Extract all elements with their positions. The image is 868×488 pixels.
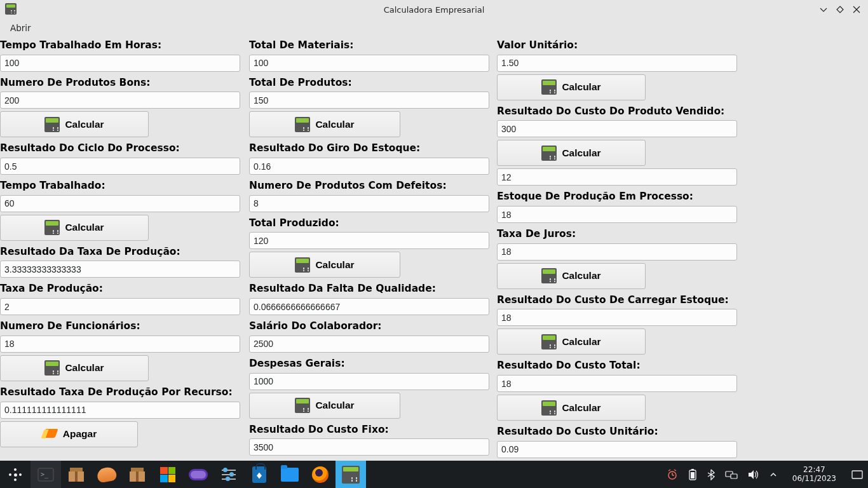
calcular-fixo-button[interactable]: Calcular: [249, 393, 400, 419]
button-label: Calcular: [562, 147, 600, 159]
label-taxa-juros: Taxa De Juros:: [497, 226, 743, 243]
input-res-recurso[interactable]: [0, 402, 240, 419]
calcular-unit-button[interactable]: Calcular: [497, 395, 646, 421]
emulator-icon: [189, 469, 208, 480]
taskbar: >_ 22:47 06/11/2023: [0, 461, 868, 488]
taskbar-ms[interactable]: [153, 461, 183, 488]
calculator-icon: [342, 466, 360, 484]
input-res-giro[interactable]: [249, 158, 489, 175]
menu-abrir[interactable]: Abrir: [6, 20, 35, 36]
input-total-produzido[interactable]: [249, 232, 489, 249]
label-tempo-trab: Tempo Trabalhado:: [0, 177, 248, 195]
sliders-icon: [220, 468, 237, 481]
input-valor-unit[interactable]: [497, 55, 737, 72]
volume-icon[interactable]: [748, 470, 759, 480]
minimize-icon[interactable]: [820, 6, 827, 13]
input-res-unit[interactable]: [497, 441, 737, 458]
show-desktop-icon[interactable]: [851, 470, 863, 479]
label-res-vendido: Resultado Do Custo Do Produto Vendido:: [497, 103, 743, 121]
taskbar-files[interactable]: [275, 461, 305, 488]
svg-marker-0: [837, 6, 843, 13]
button-label: Calcular: [315, 119, 354, 130]
calcular-unnamed-button[interactable]: Calcular: [497, 140, 646, 166]
column-1: Tempo Trabalhado Em Horas: Numero De Pro…: [0, 37, 248, 461]
input-total-prod[interactable]: [249, 92, 489, 109]
input-tempo-horas[interactable]: [0, 55, 240, 72]
window-title: Calculadora Empresarial: [384, 5, 485, 15]
input-salario[interactable]: [249, 336, 489, 353]
button-label: Calcular: [562, 81, 600, 93]
calculator-icon: [44, 220, 60, 235]
button-label: Calcular: [65, 222, 104, 233]
input-despesas[interactable]: [249, 373, 489, 390]
taskbar-terminal[interactable]: >_: [31, 461, 61, 488]
svg-line-9: [674, 470, 676, 471]
input-res-taxa[interactable]: [0, 261, 240, 278]
calcular-carregar-button[interactable]: Calcular: [497, 263, 646, 289]
label-res-total: Resultado Do Custo Total:: [497, 357, 743, 375]
bluetooth-icon[interactable]: [707, 469, 715, 480]
alarm-icon[interactable]: [667, 469, 678, 480]
svg-text:>_: >_: [41, 471, 49, 478]
folder-icon: [281, 468, 299, 482]
calcular-recurso-button[interactable]: Calcular: [0, 355, 149, 381]
input-res-ciclo[interactable]: [0, 158, 240, 175]
taskbar-box1[interactable]: [61, 461, 92, 488]
calcular-giro-button[interactable]: Calcular: [249, 111, 400, 137]
taskbar-left: >_: [0, 461, 366, 488]
taskbar-clock[interactable]: 22:47 06/11/2023: [787, 466, 841, 484]
calculator-icon: [541, 400, 557, 416]
taskbar-store[interactable]: [244, 461, 275, 488]
taskbar-firefox[interactable]: [305, 461, 336, 488]
input-res-total[interactable]: [497, 375, 737, 392]
input-res-vendido[interactable]: [497, 120, 737, 137]
input-taxa-juros[interactable]: [497, 243, 737, 261]
label-valor-unit: Valor Unitário:: [497, 37, 743, 55]
apagar-button[interactable]: Apagar: [0, 421, 138, 447]
maximize-icon[interactable]: [836, 6, 844, 13]
tray-chevron-icon[interactable]: [770, 471, 777, 478]
shopping-bag-icon: [252, 466, 266, 483]
clock-date: 06/11/2023: [792, 475, 836, 484]
calcular-qualidade-button[interactable]: Calcular: [249, 252, 400, 278]
taskbar-calculator[interactable]: [336, 461, 366, 488]
app-icon: [5, 3, 17, 17]
label-res-unit: Resultado Do Custo Unitário:: [497, 423, 743, 441]
input-num-func[interactable]: [0, 336, 240, 353]
input-res-qualidade[interactable]: [249, 298, 489, 315]
label-total-prod: Total De Produtos:: [249, 74, 496, 92]
svg-rect-14: [731, 474, 737, 478]
column-3: Valor Unitário: Calcular Resultado Do Cu…: [497, 37, 743, 461]
app-launcher[interactable]: [0, 461, 31, 488]
button-label: Calcular: [65, 119, 104, 130]
svg-marker-15: [749, 470, 754, 479]
battery-icon[interactable]: [688, 468, 697, 481]
calcular-total-button[interactable]: Calcular: [497, 329, 646, 355]
label-salario: Salário Do Colaborador:: [249, 318, 496, 336]
input-num-bons[interactable]: [0, 92, 240, 109]
input-estoque-proc[interactable]: [497, 206, 737, 223]
taskbar-box2[interactable]: [122, 461, 153, 488]
taskbar-sliders[interactable]: [214, 461, 244, 488]
terminal-icon: >_: [37, 468, 54, 482]
input-unnamed[interactable]: [497, 168, 737, 186]
box-icon: [128, 468, 146, 482]
close-icon[interactable]: [853, 6, 860, 13]
input-res-carregar[interactable]: [497, 309, 737, 326]
taskbar-emu[interactable]: [183, 461, 214, 488]
input-tempo-trab[interactable]: [0, 195, 240, 212]
input-taxa-prod[interactable]: [0, 298, 240, 315]
input-res-fixo[interactable]: [249, 438, 489, 456]
label-res-qualidade: Resultado Da Falta De Qualidade:: [249, 280, 496, 298]
input-num-def[interactable]: [249, 195, 489, 212]
label-res-carregar: Resultado Do Custo De Carregar Estoque:: [497, 292, 743, 309]
button-label: Calcular: [562, 270, 600, 281]
input-total-mat[interactable]: [249, 55, 489, 72]
calculator-icon: [541, 146, 557, 161]
taskbar-croissant[interactable]: [92, 461, 122, 488]
calcular-ciclo-button[interactable]: Calcular: [0, 111, 149, 137]
calcular-vendido-button[interactable]: Calcular: [497, 74, 646, 100]
network-icon[interactable]: [725, 470, 738, 480]
calculator-icon: [541, 334, 557, 349]
calcular-taxa-button[interactable]: Calcular: [0, 215, 149, 241]
